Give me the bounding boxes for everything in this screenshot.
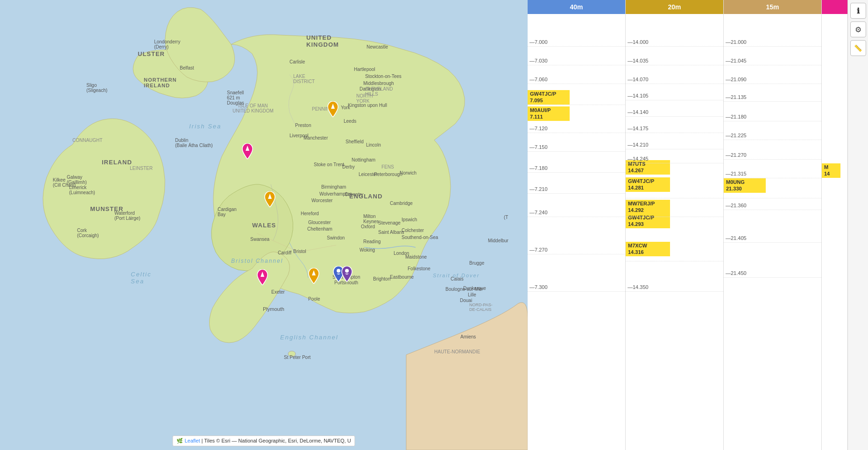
col-pink-body: M14 — [822, 14, 847, 450]
tick-14292 — [626, 208, 723, 217]
tick-7240: —7.240 — [528, 208, 625, 217]
tick-21330 — [724, 189, 821, 198]
toolbar: ℹ ⚙ 📏 — [847, 0, 868, 450]
tick-7300: —7.300 — [528, 282, 625, 292]
ruler-button[interactable]: 📏 — [850, 40, 866, 56]
tick-21000: —21.000 — [724, 37, 821, 47]
tick-7210: —7.210 — [528, 184, 625, 194]
svg-point-1 — [288, 351, 296, 357]
tick-21270: —21.270 — [724, 150, 821, 160]
col-15m-header[interactable]: 15m — [724, 0, 821, 14]
info-button[interactable]: ℹ — [850, 3, 866, 19]
tick-7095 — [528, 96, 625, 105]
leaflet-logo: 🌿 Leaflet — [176, 438, 200, 443]
col-pink: M14 — [822, 0, 847, 450]
attribution-text: | Tiles © Esri — National Geographic, Es… — [202, 438, 351, 443]
tick-14281 — [626, 189, 723, 198]
tick-7120: —7.120 — [528, 124, 625, 133]
ruler-icon: 📏 — [854, 44, 862, 52]
svg-point-10 — [345, 269, 349, 273]
tick-14105: —14.105 — [626, 91, 723, 100]
col-15m: 15m M0UNG21.330 —21.000 —21.045 —21.090 … — [724, 0, 822, 450]
col-40m-body: GW4TJC/P7.095 M0AUI/P7.111 —7.000 —7.030… — [528, 14, 625, 450]
tick-21135: —21.135 — [724, 92, 821, 102]
col-40m: 40m GW4TJC/P7.095 M0AUI/P7.111 —7.000 —7… — [528, 0, 626, 450]
col-pink-header[interactable] — [822, 0, 847, 14]
marker-gold-wales-mid[interactable] — [263, 191, 276, 209]
col-40m-header[interactable]: 40m — [528, 0, 625, 14]
marker-gold-pennines[interactable] — [326, 101, 339, 119]
info-icon: ℹ — [857, 7, 860, 15]
tick-14350: —14.350 — [626, 282, 723, 292]
tick-14175: —14.175 — [626, 124, 723, 133]
tick-21405: —21.405 — [724, 233, 821, 243]
tick-21180: —21.180 — [724, 112, 821, 121]
marker-purple-portsmouth[interactable] — [340, 266, 353, 284]
svg-point-9 — [337, 269, 340, 273]
tick-7030: —7.030 — [528, 56, 625, 65]
tick-14210: —14.210 — [626, 140, 723, 149]
map-attribution: 🌿 Leaflet | Tiles © Esri — National Geog… — [172, 436, 355, 446]
tick-21045: —21.045 — [724, 56, 821, 65]
tick-21225: —21.225 — [724, 131, 821, 140]
tick-14245: —14.245 — [626, 154, 723, 163]
map[interactable]: ULSTER Londonderry(Derry) Belfast Sligo(… — [0, 0, 528, 450]
col-20m-header[interactable]: 20m — [626, 0, 723, 14]
frequency-columns: 40m GW4TJC/P7.095 M0AUI/P7.111 —7.000 —7… — [528, 0, 847, 450]
tick-14316 — [626, 252, 723, 261]
gear-icon: ⚙ — [855, 25, 861, 34]
marker-pink-sw[interactable] — [256, 269, 269, 287]
tick-21450: —21.450 — [724, 268, 821, 278]
tick-7000: —7.000 — [528, 37, 625, 47]
frequency-panel: 40m GW4TJC/P7.095 M0AUI/P7.111 —7.000 —7… — [528, 0, 868, 450]
tick-7270: —7.270 — [528, 245, 625, 254]
station-m-partial[interactable]: M14 — [822, 163, 840, 178]
marker-pink-wales[interactable] — [241, 143, 254, 161]
col-20m: 20m M7UTS14.267 GW4TJC/P14.281 MW7ERJ/P1… — [626, 0, 724, 450]
tick-14140: —14.140 — [626, 107, 723, 117]
tick-21315: —21.315 — [724, 169, 821, 178]
station-m0auip-40m[interactable]: M0AUI/P7.111 — [528, 106, 570, 121]
col-15m-body: M0UNG21.330 —21.000 —21.045 —21.090 —21.… — [724, 14, 821, 450]
tick-7150: —7.150 — [528, 142, 625, 152]
settings-button[interactable]: ⚙ — [850, 21, 866, 37]
tick-7180: —7.180 — [528, 163, 625, 173]
marker-gold-dorset[interactable] — [307, 268, 320, 286]
tick-14035: —14.035 — [626, 56, 723, 65]
tick-21090: —21.090 — [724, 75, 821, 84]
tick-14070: —14.070 — [626, 75, 723, 84]
tick-21360: —21.360 — [724, 201, 821, 210]
tick-7060: —7.060 — [528, 75, 625, 84]
tick-14000: —14.000 — [626, 37, 723, 47]
col-20m-body: M7UTS14.267 GW4TJC/P14.281 MW7ERJ/P14.29… — [626, 14, 723, 450]
